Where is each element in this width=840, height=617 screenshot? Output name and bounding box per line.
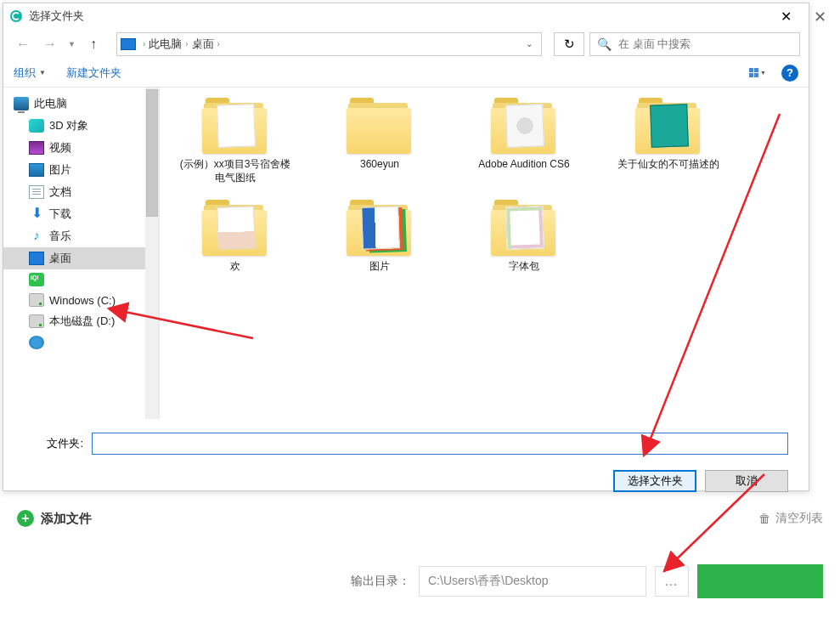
sidebar-item-label: 文档: [49, 184, 71, 200]
primary-action-button[interactable]: [697, 564, 823, 598]
pc-icon: [14, 97, 29, 110]
dialog-footer: 文件夹: 选择文件夹 取消: [3, 419, 809, 502]
folder-label: 360eyun: [360, 157, 399, 171]
toolbar: 组织▼ 新建文件夹 ▼ ?: [3, 59, 809, 88]
pc-icon: [121, 38, 136, 50]
folder-picker-dialog: 选择文件夹 ✕ ← → ▼ ↑ › 此电脑 › 桌面 › ⌄ ↻ 🔍 组织▼ 新…: [3, 3, 809, 491]
breadcrumb-dropdown[interactable]: ⌄: [521, 39, 538, 48]
folder-field-label: 文件夹:: [24, 436, 83, 451]
help-button[interactable]: ?: [781, 65, 798, 82]
folder-item[interactable]: 关于仙女的不可描述的: [610, 98, 727, 184]
sidebar-item-label: 此电脑: [34, 96, 67, 111]
select-folder-button[interactable]: 选择文件夹: [613, 470, 696, 492]
nav-forward-button[interactable]: →: [39, 33, 61, 55]
sidebar-item-此电脑[interactable]: 此电脑: [3, 93, 159, 115]
output-bar: 输出目录： …: [17, 564, 823, 598]
folder-item[interactable]: Adobe Audition CS6: [465, 98, 583, 184]
music-icon: ♪: [29, 229, 44, 243]
folder-icon: [491, 98, 557, 152]
downloads-icon: ⬇: [29, 207, 44, 221]
clear-list-label: 清空列表: [775, 511, 823, 526]
content-area: 此电脑3D 对象视频图片文档⬇下载♪音乐桌面Windows (C:)本地磁盘 (…: [3, 88, 809, 419]
output-label: 输出目录：: [351, 574, 410, 589]
sidebar-item-label: 本地磁盘 (D:): [49, 314, 115, 329]
app-icon: [10, 10, 22, 22]
sidebar-item-文档[interactable]: 文档: [3, 181, 159, 203]
folder-item[interactable]: 欢: [177, 200, 294, 273]
desktop-icon: [29, 252, 44, 265]
folder-item[interactable]: 图片: [321, 200, 438, 273]
chevron-right-icon: ›: [143, 39, 145, 48]
folder-icon: [347, 200, 413, 254]
new-folder-button[interactable]: 新建文件夹: [66, 65, 121, 81]
organize-menu[interactable]: 组织▼: [14, 65, 46, 81]
video-icon: [29, 141, 44, 155]
folder-icon: [202, 200, 268, 254]
sidebar-scrollbar[interactable]: [145, 88, 159, 419]
trash-icon: 🗑: [758, 512, 770, 525]
plus-icon: +: [17, 510, 34, 527]
output-path-input[interactable]: [419, 566, 646, 597]
scrollbar-thumb[interactable]: [146, 89, 158, 217]
sidebar-item-Windows (C:)[interactable]: Windows (C:): [3, 290, 159, 310]
dialog-title: 选择文件夹: [29, 8, 766, 24]
sidebar-item-net[interactable]: [3, 332, 159, 353]
drive-icon: [29, 293, 44, 307]
folder-label: 图片: [369, 259, 390, 273]
nav-back-button[interactable]: ←: [12, 33, 34, 55]
breadcrumb-bar[interactable]: › 此电脑 › 桌面 › ⌄: [116, 32, 542, 56]
drive-icon: [29, 314, 44, 328]
sidebar-item-label: 音乐: [49, 229, 71, 244]
sidebar-item-3D 对象[interactable]: 3D 对象: [3, 115, 159, 137]
chevron-right-icon: ›: [185, 39, 188, 48]
navigation-bar: ← → ▼ ↑ › 此电脑 › 桌面 › ⌄ ↻ 🔍: [3, 29, 809, 59]
sidebar-item-本地磁盘 (D:)[interactable]: 本地磁盘 (D:): [3, 310, 159, 332]
search-box[interactable]: 🔍: [589, 32, 800, 56]
sidebar-item-桌面[interactable]: 桌面: [3, 247, 159, 269]
sidebar-item-音乐[interactable]: ♪音乐: [3, 225, 159, 247]
output-browse-button[interactable]: …: [655, 566, 689, 597]
docs-icon: [29, 185, 44, 199]
lower-toolbar: + 添加文件 🗑 清空列表: [17, 505, 823, 532]
sidebar-item-label: 图片: [49, 162, 71, 178]
view-mode-button[interactable]: ▼: [747, 63, 768, 83]
folder-icon: [347, 98, 413, 152]
add-file-label: 添加文件: [41, 511, 92, 527]
nav-history-dropdown[interactable]: ▼: [66, 40, 77, 48]
sidebar-item-label: 3D 对象: [49, 118, 88, 133]
breadcrumb-current[interactable]: 桌面: [192, 37, 214, 52]
folder-label: 关于仙女的不可描述的: [617, 157, 719, 171]
folder-label: Adobe Audition CS6: [478, 157, 569, 171]
add-file-button[interactable]: + 添加文件: [17, 510, 92, 527]
folder-label: (示例）xx项目3号宿舍楼电气图纸: [177, 157, 294, 184]
folder-item[interactable]: 360eyun: [321, 98, 438, 184]
search-input[interactable]: [618, 37, 792, 50]
titlebar: 选择文件夹 ✕: [3, 3, 809, 29]
folder-icon: [635, 98, 702, 152]
folder-label: 字体包: [509, 259, 539, 273]
net-icon: [29, 336, 44, 349]
folder-label: 欢: [230, 259, 240, 273]
refresh-button[interactable]: ↻: [554, 32, 584, 56]
folder-icon: [491, 200, 557, 254]
sidebar-item-下载[interactable]: ⬇下载: [3, 203, 159, 225]
cancel-button[interactable]: 取消: [705, 470, 788, 492]
clear-list-button[interactable]: 🗑 清空列表: [758, 511, 823, 526]
background-close-button[interactable]: ✕: [808, 5, 832, 29]
folder-item[interactable]: (示例）xx项目3号宿舍楼电气图纸: [177, 98, 294, 184]
folder-item[interactable]: 字体包: [465, 200, 583, 273]
folder-name-input[interactable]: [92, 433, 788, 455]
sidebar-tree: 此电脑3D 对象视频图片文档⬇下载♪音乐桌面Windows (C:)本地磁盘 (…: [3, 88, 160, 419]
iqiyi-icon: [29, 273, 44, 286]
close-button[interactable]: ✕: [766, 3, 805, 29]
folder-icon: [202, 98, 268, 152]
breadcrumb-root[interactable]: 此电脑: [149, 37, 182, 52]
search-icon: 🔍: [597, 37, 612, 51]
sidebar-item-iqiyi[interactable]: [3, 269, 159, 290]
sidebar-item-视频[interactable]: 视频: [3, 137, 159, 159]
nav-up-button[interactable]: ↑: [82, 33, 104, 55]
chevron-right-icon: ›: [217, 39, 220, 48]
sidebar-item-图片[interactable]: 图片: [3, 159, 159, 181]
sidebar-item-label: 下载: [49, 207, 71, 222]
pictures-icon: [29, 163, 44, 177]
